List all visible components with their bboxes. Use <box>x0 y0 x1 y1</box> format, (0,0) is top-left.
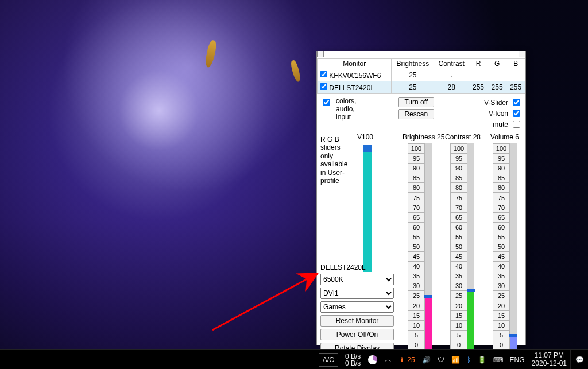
slider-tick[interactable]: 75 <box>493 192 510 202</box>
contrast-slider[interactable]: Contrast 28 1009590858075706560555045403… <box>445 133 479 350</box>
taskbar-net-speed[interactable]: 0 B/s 0 B/s <box>342 350 364 369</box>
input-select[interactable]: DVI1 <box>320 288 394 299</box>
slider-tick[interactable]: 70 <box>493 203 510 212</box>
slider-tick[interactable]: 65 <box>493 212 510 222</box>
slider-tick[interactable]: 55 <box>408 232 425 242</box>
slider-tick[interactable]: 65 <box>408 212 425 222</box>
power-off-on-button[interactable]: Power Off/On <box>320 329 394 340</box>
slider-tick[interactable]: 5 <box>493 330 510 340</box>
colors-audio-input-checkbox[interactable] <box>323 99 330 106</box>
slider-knob[interactable] <box>467 289 475 292</box>
slider-tick[interactable]: 5 <box>408 330 425 340</box>
slider-tick[interactable]: 35 <box>450 271 467 281</box>
monitor-enable-checkbox[interactable] <box>320 83 327 90</box>
slider-tick[interactable]: 100 <box>450 143 467 153</box>
taskbar-ac-indicator[interactable]: A/C <box>319 353 338 367</box>
slider-tick[interactable]: 95 <box>408 153 425 163</box>
slider-tick[interactable]: 45 <box>408 251 425 261</box>
turn-off-button[interactable]: Turn off <box>398 97 434 107</box>
slider-tick[interactable]: 10 <box>408 320 425 330</box>
v-slider-checkbox[interactable] <box>513 99 520 106</box>
slider-tick[interactable]: 90 <box>450 163 467 173</box>
mute-checkbox[interactable] <box>513 121 520 128</box>
slider-tick[interactable]: 85 <box>408 173 425 182</box>
slider-tick[interactable]: 40 <box>493 261 510 271</box>
slider-tick[interactable]: 25 <box>493 290 510 300</box>
slider-tick[interactable]: 100 <box>493 143 510 153</box>
table-row[interactable]: DELLST2420L2528255255255 <box>318 81 525 94</box>
rescan-button[interactable]: Rescan <box>398 109 434 119</box>
color-temp-select[interactable]: 6500K <box>320 274 394 285</box>
taskbar-battery-icon[interactable]: 🔋 <box>474 350 490 369</box>
slider-tick[interactable]: 50 <box>408 242 425 251</box>
slider-tick[interactable]: 55 <box>493 232 510 242</box>
slider-tick[interactable]: 35 <box>493 271 510 281</box>
slider-tick[interactable]: 20 <box>408 301 425 310</box>
slider-knob[interactable] <box>509 334 517 337</box>
slider-tick[interactable]: 75 <box>450 192 467 202</box>
slider-tick[interactable]: 80 <box>493 182 510 192</box>
slider-tick[interactable]: 80 <box>408 182 425 192</box>
taskbar-keyboard-icon[interactable]: ⌨ <box>490 350 506 369</box>
slider-tick[interactable]: 40 <box>408 261 425 271</box>
slider-tick[interactable]: 15 <box>493 310 510 320</box>
slider-tick[interactable]: 0 <box>493 340 510 350</box>
slider-tick[interactable]: 60 <box>493 222 510 232</box>
slider-tick[interactable]: 0 <box>408 340 425 350</box>
slider-tick[interactable]: 20 <box>450 301 467 310</box>
slider-tick[interactable]: 35 <box>408 271 425 281</box>
slider-tick[interactable]: 90 <box>408 163 425 173</box>
slider-tick[interactable]: 85 <box>450 173 467 182</box>
slider-tick[interactable]: 55 <box>450 232 467 242</box>
taskbar-app-icon[interactable] <box>364 350 381 369</box>
table-row[interactable]: KFKV0€156WF625. <box>318 69 525 81</box>
slider-tick[interactable]: 40 <box>450 261 467 271</box>
window-maximize-button[interactable] <box>519 51 525 57</box>
slider-tick[interactable]: 45 <box>493 251 510 261</box>
reset-monitor-button[interactable]: Reset Monitor <box>320 315 394 327</box>
slider-tick[interactable]: 45 <box>450 251 467 261</box>
slider-tick[interactable]: 60 <box>450 222 467 232</box>
slider-tick[interactable]: 30 <box>450 281 467 290</box>
taskbar-tray-chevron[interactable]: ︿ <box>381 350 395 369</box>
brightness-slider[interactable]: Brightness 25 10095908580757065605550454… <box>403 133 437 350</box>
slider-tick[interactable]: 30 <box>493 281 510 290</box>
slider-tick[interactable]: 15 <box>450 310 467 320</box>
v-icon-checkbox[interactable] <box>513 110 520 117</box>
slider-tick[interactable]: 70 <box>450 203 467 212</box>
slider-tick[interactable]: 65 <box>450 212 467 222</box>
slider-tick[interactable]: 75 <box>408 192 425 202</box>
slider-tick[interactable]: 50 <box>493 242 510 251</box>
taskbar-clock[interactable]: 11:07 PM 2020-12-01 <box>528 350 570 369</box>
taskbar-volume-icon[interactable]: 🔊 <box>419 350 434 369</box>
slider-tick[interactable]: 5 <box>450 330 467 340</box>
taskbar-shield-icon[interactable]: 🛡 <box>434 350 448 369</box>
slider-tick[interactable]: 15 <box>408 310 425 320</box>
taskbar-network-icon[interactable]: 📶 <box>448 350 463 369</box>
slider-tick[interactable]: 80 <box>450 182 467 192</box>
slider-tick[interactable]: 0 <box>450 340 467 350</box>
volume-slider[interactable]: Volume 6 1009590858075706560555045403530… <box>488 133 522 350</box>
slider-knob[interactable] <box>424 295 432 298</box>
slider-tick[interactable]: 30 <box>408 281 425 290</box>
taskbar-bluetooth-icon[interactable]: ᛒ <box>463 350 474 369</box>
slider-tick[interactable]: 10 <box>493 320 510 330</box>
slider-tick[interactable]: 100 <box>408 143 425 153</box>
slider-tick[interactable]: 25 <box>450 290 467 300</box>
slider-tick[interactable]: 10 <box>450 320 467 330</box>
slider-tick[interactable]: 60 <box>408 222 425 232</box>
taskbar-temperature[interactable]: 🌡 25 <box>395 350 418 369</box>
slider-tick[interactable]: 50 <box>450 242 467 251</box>
window-minimize-button[interactable] <box>317 51 324 57</box>
slider-tick[interactable]: 95 <box>450 153 467 163</box>
slider-tick[interactable]: 20 <box>493 301 510 310</box>
taskbar-language[interactable]: ENG <box>506 350 528 369</box>
preset-select[interactable]: Games <box>320 301 394 313</box>
taskbar-action-center[interactable]: 💬 <box>570 350 588 369</box>
slider-tick[interactable]: 95 <box>493 153 510 163</box>
monitor-enable-checkbox[interactable] <box>320 71 327 78</box>
slider-tick[interactable]: 70 <box>408 203 425 212</box>
slider-tick[interactable]: 90 <box>493 163 510 173</box>
slider-tick[interactable]: 85 <box>493 173 510 182</box>
slider-tick[interactable]: 25 <box>408 290 425 300</box>
